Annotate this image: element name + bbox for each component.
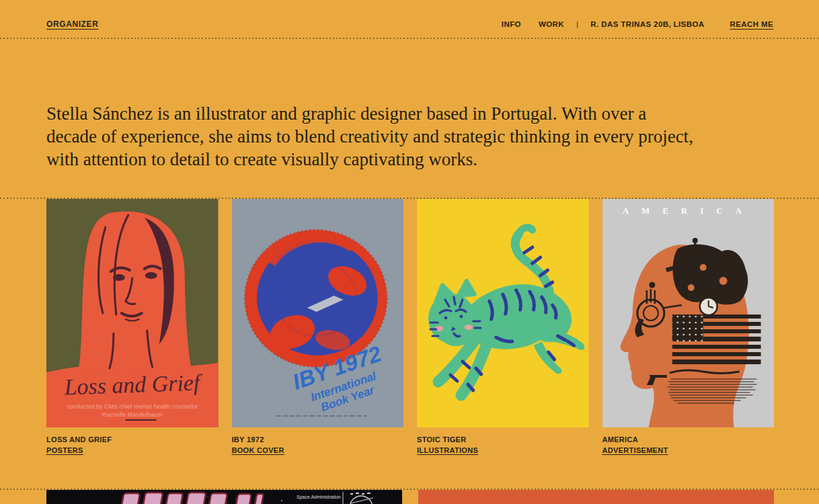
project-tile-space-poster[interactable]: Space Administration: [46, 490, 402, 504]
project-category-link[interactable]: POSTERS: [46, 446, 219, 454]
intro-paragraph: Stella Sánchez is an illustrator and gra…: [46, 102, 779, 171]
loss-credit-1: conducted by CMS chief mental health cou…: [67, 403, 198, 410]
caption-america: AMERICA ADVERTISEMENT: [602, 435, 775, 454]
project-title: AMERICA: [602, 435, 775, 444]
stoic-tiger-artwork: [417, 199, 589, 427]
intro-line-3: with attention to detail to create visua…: [46, 148, 779, 171]
nav-separator: |: [576, 20, 578, 28]
project-category-link[interactable]: ILLUSTRATIONS: [417, 446, 589, 454]
work-row-2: Space Administration: [46, 490, 774, 504]
project-category-link[interactable]: BOOK COVER: [232, 446, 404, 454]
loss-credit-2: Rachelle Mandelbaum: [102, 411, 162, 418]
header: ORGANIZER INFO WORK | R. DAS TRINAS 20B,…: [0, 0, 819, 38]
space-poster-artwork: Space Administration: [46, 490, 402, 504]
project-tile-america[interactable]: AMERICA: [602, 199, 775, 454]
project-title: IBY 1972: [232, 435, 404, 444]
project-title: STOIC TIGER: [417, 435, 589, 444]
brand-link[interactable]: ORGANIZER: [46, 19, 98, 29]
america-masthead-text: AMERICA: [622, 206, 754, 216]
project-category-link[interactable]: ADVERTISEMENT: [602, 446, 775, 454]
loss-and-grief-artwork: Loss and Grief conducted by CMS chief me…: [46, 199, 219, 427]
project-tile-orange-poster[interactable]: [418, 490, 774, 504]
america-artwork: AMERICA: [602, 199, 775, 427]
header-nav: INFO WORK | R. DAS TRINAS 20B, LISBOA RE…: [502, 20, 773, 28]
caption-stoic-tiger: STOIC TIGER ILLUSTRATIONS: [417, 435, 589, 454]
nav-work-link[interactable]: WORK: [539, 20, 564, 28]
space-administration-caption: Space Administration: [297, 495, 341, 500]
caption-iby-1972: IBY 1972 BOOK COVER: [232, 435, 404, 454]
reach-me-link[interactable]: REACH ME: [730, 20, 773, 28]
project-title: LOSS AND GRIEF: [46, 435, 219, 444]
loss-title-text: Loss and Grief: [63, 370, 203, 399]
nav-info-link[interactable]: INFO: [502, 20, 521, 28]
intro-line-1: Stella Sánchez is an illustrator and gra…: [46, 102, 779, 125]
header-divider: [0, 38, 819, 39]
address-text: R. DAS TRINAS 20B, LISBOA: [590, 20, 704, 28]
project-tile-loss-and-grief[interactable]: Loss and Grief conducted by CMS chief me…: [46, 199, 219, 454]
project-tile-stoic-tiger[interactable]: STOIC TIGER ILLUSTRATIONS: [417, 199, 589, 454]
project-tile-iby-1972[interactable]: IBY 1972 International Book Year IBY 197…: [232, 199, 404, 454]
caption-loss-and-grief: LOSS AND GRIEF POSTERS: [46, 435, 219, 454]
iby-1972-artwork: IBY 1972 International Book Year: [232, 199, 404, 427]
portfolio-page: ORGANIZER INFO WORK | R. DAS TRINAS 20B,…: [0, 0, 819, 504]
work-grid: Loss and Grief conducted by CMS chief me…: [46, 199, 774, 454]
intro-line-2: decade of experience, she aims to blend …: [46, 125, 779, 148]
